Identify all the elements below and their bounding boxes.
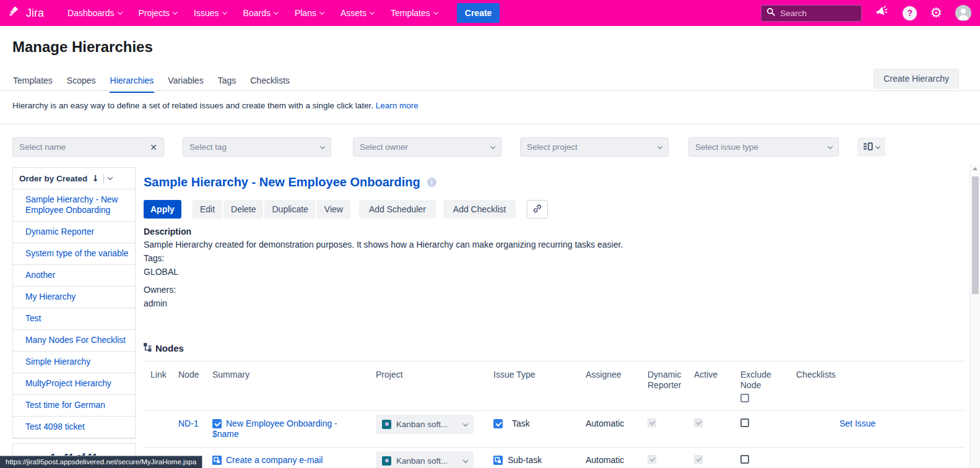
chevron-down-icon	[274, 9, 279, 14]
task-icon	[493, 419, 503, 428]
nodes-section-title: Nodes	[155, 343, 184, 353]
chevron-down-icon	[828, 144, 833, 149]
global-search[interactable]	[761, 5, 862, 22]
name-filter-input[interactable]	[19, 142, 146, 152]
sort-direction-icon[interactable]: ↓	[92, 173, 99, 183]
exclude-node-checkbox[interactable]	[740, 455, 749, 464]
tag-filter-select[interactable]: Select tag	[183, 137, 331, 157]
active-cell	[694, 455, 740, 466]
copy-link-button[interactable]	[527, 200, 548, 219]
duplicate-button[interactable]: Duplicate	[264, 200, 315, 219]
column-header: Assignee	[586, 370, 648, 380]
create-button[interactable]: Create	[457, 3, 500, 23]
issue-type-filter-select[interactable]: Select issue type	[688, 137, 839, 157]
list-item[interactable]: Simple Hierarchy	[13, 352, 135, 373]
tab-templates[interactable]: Templates	[12, 73, 53, 93]
info-icon[interactable]: i	[427, 178, 436, 187]
dynamic-reporter-cell	[648, 455, 694, 466]
nodes-table-header: Link Node Summary Project Issue Type Ass…	[144, 370, 965, 410]
project-filter-select[interactable]: Select project	[520, 137, 669, 157]
scroll-up-icon[interactable]	[973, 167, 978, 170]
intro-divider	[0, 124, 980, 124]
page-title: Manage Hierarchies	[12, 38, 153, 56]
status-url-tooltip: https://jira95post.appsdelivered.net/sec…	[0, 456, 202, 468]
delete-button[interactable]: Delete	[223, 200, 263, 219]
list-item[interactable]: My Hierarchy	[13, 287, 135, 308]
subtask-icon	[212, 456, 222, 465]
nav-item-boards[interactable]: Boards	[243, 8, 278, 18]
summary-link[interactable]: New Employee Onboarding - $name	[212, 418, 337, 439]
list-item[interactable]: Test 4098 ticket	[13, 417, 135, 438]
description-label: Description	[144, 227, 965, 236]
view-button[interactable]: View	[317, 200, 350, 219]
tab-checklists[interactable]: Checklists	[249, 73, 290, 93]
divider	[103, 174, 104, 183]
project-select[interactable]: Kanban soft...	[376, 415, 474, 434]
project-avatar-icon	[382, 456, 391, 466]
vertical-scrollbar[interactable]	[969, 164, 980, 468]
chevron-down-icon	[117, 9, 122, 14]
hierarchy-tree-icon	[144, 343, 152, 353]
tab-scopes[interactable]: Scopes	[66, 73, 97, 93]
list-item[interactable]: Sample Hierarchy - New Employee Onboardi…	[13, 189, 135, 222]
add-scheduler-button[interactable]: Add Scheduler	[359, 200, 436, 219]
dynamic-reporter-checkbox	[648, 455, 656, 464]
list-item[interactable]: MultyProject Hierarchy	[13, 373, 135, 395]
list-item[interactable]: Another	[13, 265, 135, 287]
jira-logo[interactable]: Jira	[9, 6, 44, 21]
help-button[interactable]: ?	[903, 6, 917, 20]
gear-icon: ⚙	[930, 6, 942, 20]
column-header: Summary	[212, 370, 376, 380]
view-layout-toggle[interactable]	[857, 137, 885, 157]
tab-variables[interactable]: Variables	[167, 73, 204, 93]
chevron-down-icon	[319, 9, 324, 14]
apply-button[interactable]: Apply	[144, 200, 181, 219]
list-item[interactable]: Many Nodes For Checklist	[13, 330, 135, 352]
tab-tags[interactable]: Tags	[217, 73, 237, 93]
chevron-down-icon	[463, 421, 468, 426]
avatar	[955, 5, 971, 21]
name-filter[interactable]: ✕	[12, 137, 164, 157]
column-header: Project	[376, 370, 493, 380]
order-by-dropdown-icon[interactable]	[108, 175, 113, 180]
scrollbar-thumb[interactable]	[972, 176, 979, 294]
settings-button[interactable]: ⚙	[930, 6, 942, 20]
search-input[interactable]	[780, 9, 856, 18]
exclude-node-checkbox[interactable]	[740, 418, 749, 427]
list-item[interactable]: System type of the variable	[13, 243, 135, 265]
chevron-down-icon	[320, 144, 325, 149]
nav-item-templates[interactable]: Templates	[391, 8, 438, 18]
list-item[interactable]: Test time for German	[13, 395, 135, 417]
brand-name: Jira	[26, 7, 44, 20]
set-issue-link[interactable]: Set Issue	[796, 418, 875, 429]
add-checklist-button[interactable]: Add Checklist	[443, 200, 516, 219]
nav-item-projects[interactable]: Projects	[139, 8, 178, 18]
nav-item-plans[interactable]: Plans	[295, 8, 324, 18]
edit-button[interactable]: Edit	[193, 200, 222, 219]
create-hierarchy-button[interactable]: Create Hierarchy	[874, 69, 959, 89]
nav-item-issues[interactable]: Issues	[194, 8, 226, 18]
link-icon	[532, 204, 542, 215]
exclude-node-cell	[740, 418, 796, 430]
action-buttons: Apply Edit Delete Duplicate View Add Sch…	[144, 200, 965, 219]
summary-link[interactable]: Create a company e-mail	[226, 455, 323, 465]
project-select[interactable]: Kanban soft...	[376, 451, 474, 468]
nav-item-dashboards[interactable]: Dashboards	[67, 8, 122, 18]
owner-filter-select[interactable]: Select owner	[353, 137, 501, 157]
summary-cell: Create a company e-mail	[212, 455, 347, 466]
nav-item-assets[interactable]: Assets	[340, 8, 374, 18]
chevron-down-icon	[222, 9, 227, 14]
node-id-link[interactable]: ND-1	[178, 418, 212, 429]
user-menu-button[interactable]	[955, 5, 971, 21]
column-header: Link	[150, 370, 178, 380]
tab-hierarchies[interactable]: Hierarchies	[110, 73, 155, 93]
project-cell: Kanban soft...	[376, 455, 493, 468]
exclude-node-all-checkbox[interactable]	[740, 394, 749, 402]
announcements-button[interactable]	[875, 5, 890, 21]
clear-name-filter-icon[interactable]: ✕	[146, 142, 157, 152]
list-item[interactable]: Dynamic Reporter	[13, 222, 135, 243]
learn-more-link[interactable]: Learn more	[376, 101, 418, 110]
column-header: Checklists	[796, 370, 965, 380]
list-view-icon	[863, 142, 873, 153]
list-item[interactable]: Test	[13, 308, 135, 330]
